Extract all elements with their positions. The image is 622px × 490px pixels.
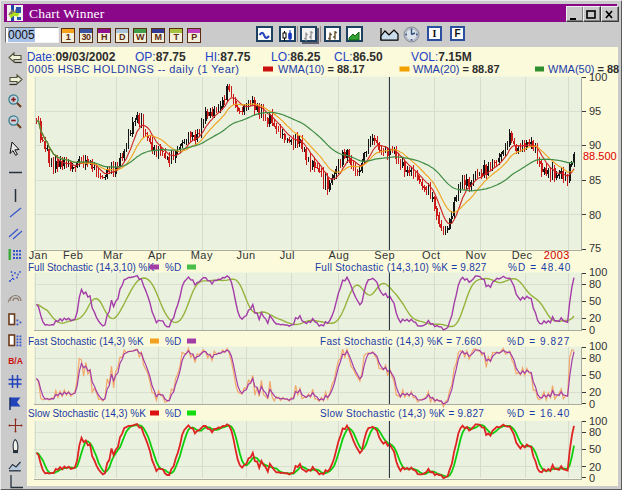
svg-text:Jul: Jul <box>280 249 295 261</box>
svg-text:80: 80 <box>589 209 601 221</box>
svg-text:75: 75 <box>589 242 601 254</box>
svg-text:%D = 48.40: %D = 48.40 <box>508 262 572 273</box>
svg-text:2003: 2003 <box>544 249 570 261</box>
svg-text:%D: %D <box>165 408 181 419</box>
svg-text:Fast Stochastic (14,3) %K = 7.: Fast Stochastic (14,3) %K = 7.660 <box>320 336 482 347</box>
svg-text:20: 20 <box>589 461 601 473</box>
svg-text:%D = 16.40: %D = 16.40 <box>507 408 571 419</box>
svg-text:Fast Stochastic (14,3) %K: Fast Stochastic (14,3) %K <box>28 336 144 347</box>
svg-text:80: 80 <box>589 426 601 438</box>
svg-text:WMA(50) = 88: WMA(50) = 88 <box>548 63 619 75</box>
svg-text:Slow Stochastic (14,3) %K: Slow Stochastic (14,3) %K <box>28 408 146 419</box>
svg-text:80: 80 <box>589 352 601 364</box>
svg-text:0005 HSBC HOLDINGS -- daily (1: 0005 HSBC HOLDINGS -- daily (1 Year) <box>28 63 239 75</box>
svg-text:50: 50 <box>589 295 601 307</box>
svg-text:Nov: Nov <box>466 249 487 261</box>
svg-text:VOL:7.15M: VOL:7.15M <box>411 50 472 64</box>
svg-text:Slow Stochastic (14,3) %K = 9.: Slow Stochastic (14,3) %K = 9.827 <box>320 408 484 419</box>
svg-text:80: 80 <box>589 278 601 290</box>
svg-text:Feb: Feb <box>63 249 83 261</box>
svg-text:%D: %D <box>165 262 181 273</box>
svg-text:B/A: B/A <box>8 356 23 366</box>
svg-text:WMA(20) = 88.87: WMA(20) = 88.87 <box>413 63 500 75</box>
svg-text:Jan: Jan <box>29 249 48 261</box>
svg-text:100: 100 <box>589 340 607 352</box>
svg-text:0: 0 <box>589 324 595 336</box>
svg-text:Oct: Oct <box>422 249 440 261</box>
svg-text:May: May <box>191 249 213 261</box>
svg-text:100: 100 <box>589 71 607 83</box>
svg-text:Date:09/03/2002: Date:09/03/2002 <box>27 50 116 64</box>
svg-text:88.500: 88.500 <box>583 150 617 162</box>
svg-text:Jun: Jun <box>237 249 256 261</box>
svg-text:20: 20 <box>589 312 601 324</box>
svg-text:0: 0 <box>589 398 595 410</box>
svg-text:LO:86.25: LO:86.25 <box>271 50 321 64</box>
svg-text:Aug: Aug <box>328 249 349 261</box>
svg-text:Apr: Apr <box>148 249 166 261</box>
svg-text:%D = 9.827: %D = 9.827 <box>507 336 571 347</box>
svg-text:100: 100 <box>589 266 607 278</box>
svg-text:WMA(10) = 88.17: WMA(10) = 88.17 <box>278 63 365 75</box>
svg-text:100: 100 <box>589 415 607 427</box>
svg-text:Full Stochastic (14,3,10) %K =: Full Stochastic (14,3,10) %K = 9.827 <box>315 262 487 273</box>
svg-text:Full Stochastic (14,3,10) %K: Full Stochastic (14,3,10) %K <box>28 262 154 273</box>
svg-text:50: 50 <box>589 443 601 455</box>
svg-text:Dec: Dec <box>512 249 533 261</box>
svg-text:OP:87.75: OP:87.75 <box>135 50 186 64</box>
svg-text:HI:87.75: HI:87.75 <box>205 50 251 64</box>
svg-text:Mar: Mar <box>103 249 123 261</box>
svg-text:20: 20 <box>589 386 601 398</box>
svg-text:50: 50 <box>589 369 601 381</box>
svg-text:%D: %D <box>165 336 181 347</box>
svg-text:0: 0 <box>589 472 595 484</box>
svg-text:Sep: Sep <box>374 249 395 261</box>
svg-text:CL:86.50: CL:86.50 <box>334 50 383 64</box>
svg-text:95: 95 <box>589 105 601 117</box>
svg-text:85: 85 <box>589 174 601 186</box>
